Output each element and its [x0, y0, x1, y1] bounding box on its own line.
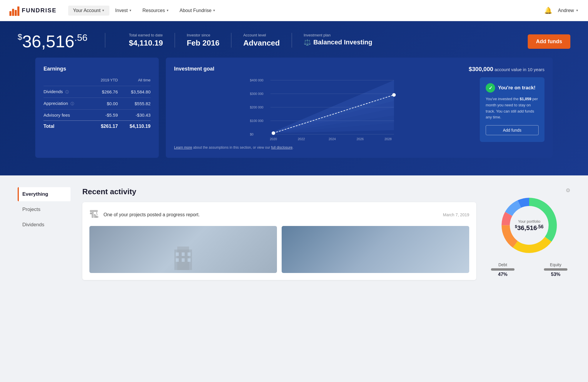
chevron-down-icon: ▼ — [102, 9, 105, 12]
brand-name: FUNDRISE — [22, 7, 56, 14]
stat-total-earned: Total earned to date $4,110.19 — [117, 33, 175, 48]
add-funds-button[interactable]: Add funds — [528, 34, 570, 49]
earnings-table: 2019 YTD All time Dividends ⓘ $266.76 $3… — [44, 78, 151, 132]
balance-amount: $36,516.56 — [18, 33, 87, 50]
goal-chart: $400 000 $300 000 $200 000 $100 000 $0 — [174, 77, 473, 142]
debt-bar — [491, 268, 514, 271]
main-content: Recent activity 🏗 One of your projects p… — [82, 187, 476, 281]
row-dividends-alltime: $3,584.80 — [118, 86, 151, 98]
stat-account-level: Account level Advanced — [231, 33, 292, 48]
nav-about-label: About Fundrise — [180, 8, 212, 13]
scales-icon: ⚖️ — [304, 39, 311, 46]
svg-text:2022: 2022 — [298, 137, 305, 141]
goal-header: Investment goal $300,000 account value i… — [174, 66, 544, 73]
on-track-card: You're on track! You've invested the $1,… — [480, 77, 544, 142]
portfolio-label: Your portfolio — [515, 219, 543, 224]
svg-text:$0: $0 — [250, 133, 253, 136]
table-row: Advisory fees -$5.59 -$30.43 — [44, 110, 151, 121]
sidebar-item-dividends[interactable]: Dividends — [18, 218, 71, 232]
svg-text:$200 000: $200 000 — [250, 105, 263, 109]
equity-label: Equity — [544, 262, 567, 267]
earnings-col-alltime: All time — [118, 78, 151, 86]
logo[interactable]: FUNDRISE — [9, 5, 56, 16]
user-name: Andrew — [558, 8, 574, 13]
sidebar-item-projects[interactable]: Projects — [18, 202, 71, 217]
hero-section: $36,516.56 Total earned to date $4,110.1… — [0, 21, 588, 175]
chevron-down-icon: ▼ — [213, 9, 216, 12]
goal-target-label: account value in 10 years — [495, 67, 544, 72]
balance-cents: .56 — [74, 32, 87, 43]
navbar: FUNDRISE Your Account ▼ Invest ▼ Resourc… — [0, 0, 588, 21]
stat-investment-plan-label: Investment plan — [304, 33, 372, 37]
sidebar-item-everything-label: Everything — [22, 191, 48, 197]
plan-name: Balanced Investing — [313, 38, 372, 46]
goal-footer: Learn more about the assumptions in this… — [174, 145, 544, 150]
nav-right: 🔔 Andrew ▼ — [544, 7, 579, 14]
on-track-header: You're on track! — [486, 83, 539, 93]
row-fees-alltime: -$30.43 — [118, 110, 151, 121]
activity-description: One of your projects posted a progress r… — [103, 212, 438, 217]
sidebar-item-dividends-label: Dividends — [22, 222, 44, 227]
balance-prefix: $ — [18, 32, 22, 41]
nav-invest[interactable]: Invest ▼ — [111, 6, 137, 16]
row-dividends-ytd: $266.76 — [91, 86, 118, 98]
cards-row: Earnings 2019 YTD All time Dividends ⓘ — [18, 58, 570, 158]
row-fees-ytd: -$5.59 — [91, 110, 118, 121]
debt-label: Debt — [491, 262, 514, 267]
sidebar-item-everything[interactable]: Everything — [18, 187, 71, 201]
row-fees-label: Advisory fees — [44, 110, 91, 121]
debt-pct: 47% — [491, 272, 514, 277]
bell-icon[interactable]: 🔔 — [544, 7, 552, 14]
nav-resources[interactable]: Resources ▼ — [138, 6, 173, 16]
info-icon: ⓘ — [65, 90, 69, 94]
portfolio-donut: Your portfolio $36,516.56 — [497, 193, 562, 258]
on-track-text: You've invested the $1,059 per month you… — [486, 96, 539, 120]
info-icon: ⓘ — [71, 102, 74, 106]
balance-main: 36,516 — [22, 32, 74, 51]
svg-text:$400 000: $400 000 — [250, 78, 263, 82]
stat-total-earned-label: Total earned to date — [129, 33, 163, 37]
learn-more-link[interactable]: Learn more — [174, 145, 192, 150]
svg-rect-26 — [176, 252, 179, 256]
legend-equity: Equity 53% — [544, 262, 567, 277]
goal-amount: $300,000 — [469, 66, 493, 72]
svg-rect-29 — [176, 258, 179, 262]
earnings-card: Earnings 2019 YTD All time Dividends ⓘ — [35, 58, 159, 158]
nav-invest-label: Invest — [115, 8, 128, 13]
total-ytd: $261.17 — [91, 121, 118, 132]
recent-activity-title: Recent activity — [82, 187, 476, 196]
stat-investor-since-value: Feb 2016 — [187, 38, 219, 48]
gear-icon[interactable]: ⚙ — [566, 187, 570, 194]
earnings-col-ytd: 2019 YTD — [91, 78, 118, 86]
table-row: Dividends ⓘ $266.76 $3,584.80 — [44, 86, 151, 98]
row-appreciation-alltime: $555.82 — [118, 98, 151, 110]
activity-card: 🏗 One of your projects posted a progress… — [82, 202, 476, 280]
row-appreciation-ytd: $0.00 — [91, 98, 118, 110]
full-disclosure-link[interactable]: full disclosure — [271, 145, 293, 150]
hero-stats: Total earned to date $4,110.19 Investor … — [105, 33, 516, 48]
portfolio-amount: $36,516.56 — [515, 224, 543, 232]
svg-text:2026: 2026 — [357, 137, 364, 141]
activity-images — [89, 226, 469, 273]
chevron-down-icon: ▼ — [166, 9, 169, 12]
portfolio-cents: .56 — [537, 224, 543, 229]
activity-image-1 — [89, 226, 277, 273]
user-menu[interactable]: Andrew ▼ — [558, 8, 579, 13]
add-funds-outline-button[interactable]: Add funds — [486, 125, 539, 135]
goal-target: $300,000 account value in 10 years — [469, 66, 544, 73]
svg-point-18 — [392, 93, 396, 97]
table-row: Appreciation ⓘ $0.00 $555.82 — [44, 98, 151, 110]
donut-center: Your portfolio $36,516.56 — [515, 219, 543, 232]
svg-rect-30 — [182, 258, 185, 262]
on-track-amount: $1,059 — [519, 97, 531, 101]
svg-point-17 — [272, 131, 275, 135]
total-alltime: $4,110.19 — [118, 121, 151, 132]
nav-resources-label: Resources — [142, 8, 165, 13]
activity-image-2 — [282, 226, 469, 273]
nav-about[interactable]: About Fundrise ▼ — [175, 6, 220, 16]
nav-links: Your Account ▼ Invest ▼ Resources ▼ Abou… — [68, 6, 544, 16]
earnings-total-row: Total $261.17 $4,110.19 — [44, 121, 151, 132]
stat-investment-plan: Investment plan ⚖️ Balanced Investing — [292, 33, 384, 48]
nav-your-account[interactable]: Your Account ▼ — [68, 6, 109, 16]
hero-top: $36,516.56 Total earned to date $4,110.1… — [18, 33, 570, 50]
